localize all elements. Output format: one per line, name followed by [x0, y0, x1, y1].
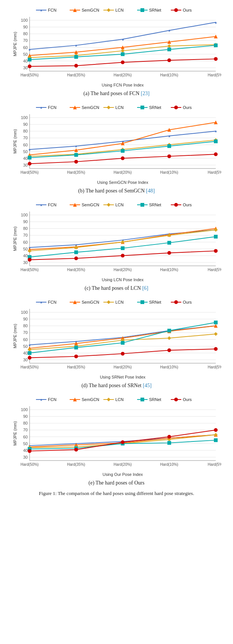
svg-text:80: 80 [23, 31, 28, 36]
svg-point-259 [214, 347, 218, 351]
svg-rect-121 [74, 153, 78, 157]
svg-text:Hard(10%): Hard(10%) [160, 170, 178, 174]
svg-text:SemGCN: SemGCN [82, 105, 99, 110]
svg-text:Ours: Ours [183, 203, 192, 207]
svg-rect-75 [140, 106, 144, 109]
svg-rect-59 [214, 43, 218, 47]
svg-text:SemGCN: SemGCN [82, 397, 99, 402]
svg-text:MPJPE (mm): MPJPE (mm) [13, 227, 17, 251]
svg-marker-202 [107, 300, 111, 304]
svg-text:MPJPE (mm): MPJPE (mm) [13, 32, 17, 56]
svg-marker-7 [107, 8, 111, 12]
svg-text:70: 70 [23, 330, 28, 335]
svg-text:FCN: FCN [48, 203, 57, 207]
svg-point-324 [214, 428, 218, 432]
chart-block-lcn: ★FCNSemGCNLCNSRNetOurs30405060708090100M… [4, 198, 229, 291]
svg-text:Hard(50%): Hard(50%) [21, 365, 39, 369]
svg-text:LCN: LCN [115, 8, 124, 12]
svg-text:30: 30 [23, 260, 28, 265]
svg-text:80: 80 [23, 226, 28, 231]
svg-text:★: ★ [40, 398, 43, 402]
svg-text:SemGCN: SemGCN [82, 203, 99, 207]
svg-text:Ours: Ours [183, 105, 192, 110]
svg-text:Ours: Ours [183, 397, 192, 402]
svg-text:70: 70 [23, 233, 28, 237]
svg-text:★: ★ [28, 148, 31, 152]
svg-text:100: 100 [21, 18, 28, 22]
svg-text:Hard(50%): Hard(50%) [21, 170, 39, 174]
chart-area-ours: ★FCNSemGCNLCNSRNetOurs30405060708090100M… [12, 393, 221, 479]
svg-text:LCN: LCN [115, 203, 124, 207]
svg-text:Hard(20%): Hard(20%) [114, 365, 131, 369]
svg-text:FCN: FCN [48, 8, 57, 12]
caption-lcn: (c) The hard poses of LCN [6] [4, 285, 229, 291]
svg-text:MPJPE (mm): MPJPE (mm) [13, 129, 17, 154]
figure-caption: Figure 1: The comparison of the hard pos… [4, 490, 229, 496]
svg-text:★: ★ [75, 44, 78, 48]
svg-rect-251 [74, 346, 78, 349]
svg-text:SemGCN: SemGCN [82, 300, 99, 304]
svg-text:Hard(5%): Hard(5%) [208, 462, 221, 467]
svg-marker-52 [121, 49, 125, 53]
svg-point-129 [214, 152, 218, 156]
svg-rect-318 [167, 441, 171, 445]
svg-text:★: ★ [214, 130, 217, 133]
svg-text:Hard(50%): Hard(50%) [21, 462, 39, 467]
svg-text:100: 100 [21, 407, 28, 412]
svg-text:30: 30 [23, 163, 28, 167]
svg-text:60: 60 [23, 337, 28, 342]
svg-point-128 [167, 154, 171, 158]
svg-point-78 [174, 106, 178, 109]
svg-text:★: ★ [121, 38, 124, 42]
svg-text:FCN: FCN [48, 300, 57, 304]
svg-text:60: 60 [23, 240, 28, 244]
svg-text:90: 90 [23, 414, 28, 419]
caption-fcn: (a) The hard poses of FCN [23] [4, 91, 229, 97]
svg-rect-55 [28, 58, 31, 61]
svg-point-257 [121, 352, 125, 356]
svg-point-13 [174, 8, 178, 12]
svg-point-61 [74, 64, 78, 68]
svg-point-273 [174, 398, 178, 401]
svg-text:SRNet: SRNet [149, 8, 161, 12]
svg-text:60: 60 [23, 45, 28, 50]
svg-text:LCN: LCN [115, 105, 124, 110]
svg-text:Using SRNet Pose Index: Using SRNet Pose Index [100, 375, 146, 379]
svg-text:70: 70 [23, 38, 28, 43]
svg-rect-250 [28, 351, 31, 355]
svg-text:40: 40 [23, 351, 28, 355]
svg-rect-56 [74, 55, 78, 59]
svg-text:90: 90 [23, 25, 28, 29]
svg-point-62 [121, 60, 125, 64]
svg-text:SRNet: SRNet [149, 203, 161, 207]
svg-rect-270 [140, 398, 144, 401]
svg-text:★: ★ [168, 29, 171, 33]
svg-text:Hard(50%): Hard(50%) [21, 73, 39, 77]
svg-text:Hard(20%): Hard(20%) [114, 170, 131, 174]
svg-text:50: 50 [23, 441, 28, 446]
svg-rect-189 [214, 235, 218, 239]
svg-rect-140 [140, 203, 144, 207]
svg-text:Hard(5%): Hard(5%) [208, 170, 221, 174]
chart-area-fcn: ★FCNSemGCNLCNSRNetOurs30405060708090100M… [12, 4, 221, 90]
svg-text:40: 40 [23, 253, 28, 258]
svg-text:100: 100 [21, 310, 28, 315]
svg-point-192 [121, 254, 125, 258]
svg-text:30: 30 [23, 358, 28, 362]
svg-rect-58 [167, 48, 171, 51]
svg-text:80: 80 [23, 421, 28, 425]
svg-rect-254 [214, 321, 218, 324]
svg-text:SRNet: SRNet [149, 300, 161, 304]
svg-text:Hard(10%): Hard(10%) [160, 365, 178, 369]
svg-rect-205 [140, 300, 144, 304]
svg-point-258 [167, 349, 171, 352]
svg-marker-137 [107, 203, 111, 207]
chart-area-semgcn: ★FCNSemGCNLCNSRNetOurs30405060708090100M… [12, 101, 221, 187]
svg-text:SRNet: SRNet [149, 105, 161, 110]
svg-text:Ours: Ours [183, 8, 192, 12]
svg-text:Hard(35%): Hard(35%) [67, 462, 85, 467]
svg-text:40: 40 [23, 156, 28, 161]
svg-text:FCN: FCN [48, 397, 57, 402]
svg-text:Hard(20%): Hard(20%) [114, 268, 131, 272]
svg-text:LCN: LCN [115, 397, 124, 402]
